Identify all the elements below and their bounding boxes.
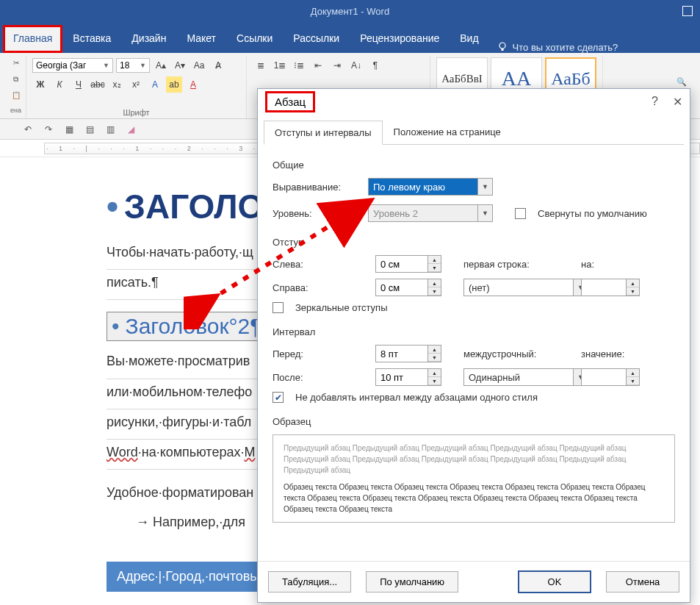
dialog-title: Абзац — [265, 91, 315, 112]
first-line-select[interactable]: (нет)▼ — [463, 279, 588, 296]
doc-heading2: Заголовок°2¶ — [107, 312, 267, 341]
spin-down-icon[interactable]: ▼ — [627, 377, 639, 385]
indent-right-input[interactable] — [376, 282, 420, 293]
decrease-indent-icon[interactable]: ⇤ — [310, 57, 326, 74]
tab-indents-spacing[interactable]: Отступы и интервалы — [264, 121, 383, 145]
close-icon[interactable]: ✕ — [673, 95, 682, 109]
outline-level-label: Уровень: — [273, 208, 361, 219]
open-icon[interactable]: ▤ — [82, 124, 97, 135]
outline-level-value: Уровень 2 — [373, 208, 418, 219]
alignment-label: Выравнивание: — [273, 182, 361, 193]
maximize-icon[interactable] — [682, 6, 693, 16]
by-input[interactable] — [582, 282, 626, 293]
font-color-icon[interactable]: A — [185, 76, 201, 93]
spin-down-icon[interactable]: ▼ — [428, 264, 441, 272]
text-effects-icon[interactable]: A — [147, 76, 163, 93]
spin-up-icon[interactable]: ▲ — [627, 279, 639, 287]
no-space-same-style-label: Не добавлять интервал между абзацами одн… — [295, 392, 538, 403]
grow-font-icon[interactable]: A▴ — [153, 57, 169, 74]
bullets-icon[interactable]: ≣ — [253, 57, 269, 74]
mirror-indents-checkbox[interactable] — [273, 302, 284, 313]
line-spacing-label: междустрочный: — [463, 348, 552, 359]
preview-prev-text: Предыдущий абзац Предыдущий абзац Предыд… — [284, 443, 664, 476]
spin-up-icon[interactable]: ▲ — [428, 279, 441, 287]
bold-icon[interactable]: Ж — [32, 76, 48, 93]
increase-indent-icon[interactable]: ⇥ — [329, 57, 345, 74]
tabs-button[interactable]: Табуляция... — [268, 571, 351, 593]
by-spin[interactable]: ▲▼ — [581, 279, 640, 296]
table-icon[interactable]: ▥ — [103, 124, 118, 135]
tab-review[interactable]: Рецензирование — [350, 25, 450, 53]
space-before-label: Перед: — [273, 348, 361, 359]
eraser-icon[interactable]: ◢ — [123, 124, 138, 135]
clear-format-icon[interactable]: A̷ — [210, 57, 226, 74]
tab-view[interactable]: Вид — [450, 25, 488, 53]
tab-home[interactable]: Главная — [3, 25, 62, 53]
cut-icon[interactable]: ✂ — [13, 59, 19, 71]
svg-rect-1 — [501, 49, 503, 51]
spin-down-icon[interactable]: ▼ — [627, 287, 639, 296]
help-icon[interactable]: ? — [652, 95, 658, 108]
font-size-combo[interactable]: 18▼ — [116, 58, 150, 73]
subscript-icon[interactable]: x₂ — [109, 76, 125, 93]
collapsed-checkbox[interactable] — [515, 208, 526, 219]
italic-icon[interactable]: К — [51, 76, 68, 93]
spin-up-icon[interactable]: ▲ — [627, 369, 639, 377]
at-spin[interactable]: ▲▼ — [581, 368, 640, 386]
tab-mailings[interactable]: Рассылки — [283, 25, 350, 53]
set-default-button[interactable]: По умолчанию — [366, 571, 458, 593]
find-icon[interactable]: 🔍 — [676, 77, 687, 87]
tab-insert[interactable]: Вставка — [62, 25, 121, 53]
paste-icon[interactable]: 📋 — [12, 91, 21, 103]
redo-icon[interactable]: ↷ — [41, 124, 56, 135]
undo-icon[interactable]: ↶ — [21, 124, 35, 135]
tab-layout[interactable]: Макет — [176, 25, 226, 53]
space-before-input[interactable] — [376, 348, 420, 359]
indent-right-spin[interactable]: ▲▼ — [375, 279, 441, 296]
spin-down-icon[interactable]: ▼ — [428, 377, 441, 385]
copy-icon[interactable]: ⧉ — [13, 75, 18, 87]
spin-up-icon[interactable]: ▲ — [428, 256, 441, 264]
font-name-combo[interactable]: Georgia (Заг▼ — [32, 58, 113, 73]
ok-button[interactable]: OK — [518, 570, 591, 593]
titlebar: Документ1 - Word — [0, 0, 700, 22]
font-group: Georgia (Заг▼ 18▼ A▴ A▾ Aa A̷ Ж К Ч abc … — [26, 56, 247, 118]
strike-icon[interactable]: abc — [90, 76, 106, 93]
show-marks-icon[interactable]: ¶ — [367, 57, 383, 74]
indent-left-input[interactable] — [376, 259, 420, 270]
space-before-spin[interactable]: ▲▼ — [375, 345, 441, 362]
spin-down-icon[interactable]: ▼ — [428, 287, 441, 296]
tell-me[interactable]: Что вы хотите сделать? — [497, 41, 618, 53]
at-input[interactable] — [582, 372, 626, 383]
shrink-font-icon[interactable]: A▾ — [172, 57, 188, 74]
doc-word-redline: Word — [107, 445, 138, 459]
tell-me-label: Что вы хотите сделать? — [513, 42, 618, 53]
cancel-button[interactable]: Отмена — [606, 571, 679, 593]
space-after-input[interactable] — [376, 372, 420, 383]
preview-box: Предыдущий абзац Предыдущий абзац Предыд… — [273, 434, 675, 523]
superscript-icon[interactable]: x² — [128, 76, 144, 93]
new-icon[interactable]: ▦ — [62, 124, 76, 135]
indent-left-spin[interactable]: ▲▼ — [375, 255, 441, 273]
multilevel-icon[interactable]: ⁝≣ — [291, 57, 307, 74]
change-case-icon[interactable]: Aa — [191, 57, 207, 74]
tab-references[interactable]: Ссылки — [226, 25, 283, 53]
doc-text: ·на·компьютерах· — [138, 445, 245, 459]
underline-icon[interactable]: Ч — [71, 76, 87, 93]
numbering-icon[interactable]: 1≣ — [272, 57, 288, 74]
space-after-spin[interactable]: ▲▼ — [375, 368, 441, 386]
spin-down-icon[interactable]: ▼ — [428, 354, 441, 362]
by-label: на: — [581, 259, 625, 270]
spin-up-icon[interactable]: ▲ — [428, 369, 441, 377]
spin-up-icon[interactable]: ▲ — [428, 346, 441, 354]
tab-design[interactable]: Дизайн — [121, 25, 176, 53]
highlight-icon[interactable]: ab — [166, 76, 182, 93]
clipboard-label: ена — [10, 107, 21, 118]
alignment-select[interactable]: По левому краю▼ — [368, 178, 493, 196]
doc-word-redline: M — [244, 445, 255, 459]
dialog-titlebar: Абзац ? ✕ — [258, 89, 690, 114]
tab-line-breaks[interactable]: Положение на странице — [383, 120, 512, 144]
sort-icon[interactable]: A↓ — [348, 57, 364, 74]
no-space-same-style-checkbox[interactable]: ✔ — [273, 392, 284, 403]
line-spacing-select[interactable]: Одинарный▼ — [463, 368, 588, 386]
